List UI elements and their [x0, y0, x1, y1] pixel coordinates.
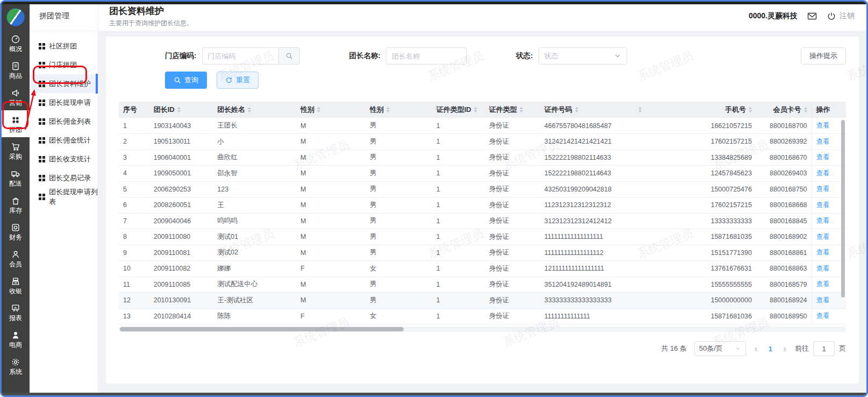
sidebar-item-overview[interactable]: 概况 [2, 30, 30, 56]
view-link[interactable]: 查看 [816, 138, 830, 145]
col-序号: 序号 [119, 102, 149, 118]
active-indicator-bar [96, 74, 98, 94]
logout-button[interactable]: 注销 [827, 11, 855, 21]
view-link[interactable]: 查看 [816, 122, 830, 129]
table-cell: 111111111111111111 [540, 229, 632, 245]
table-cell: 邵永智 [213, 166, 296, 182]
view-link[interactable]: 查看 [816, 280, 830, 288]
view-link[interactable]: 查看 [816, 233, 830, 240]
sidebar-item-inventory[interactable]: 库存 [2, 191, 30, 218]
gear-icon [11, 357, 20, 367]
submenu-item-leader-commission-list[interactable]: 团长佣金列表 [30, 112, 98, 131]
prev-page-button[interactable]: ‹ [754, 344, 759, 353]
col-label: 团长ID [154, 105, 175, 115]
sidebar-item-finance[interactable]: 财务 [2, 218, 30, 245]
table-cell: 女 [365, 308, 432, 324]
reset-button[interactable]: 重置 [217, 72, 259, 89]
table-cell: 1 [432, 166, 485, 182]
status-filter: 状态: 状态 [516, 47, 627, 65]
horizontal-scrollbar-thumb[interactable] [120, 327, 404, 331]
submenu-panel: 拼团管理 社区拼团门店拼团团长资料维护团长提现申请团长佣金列表团长佣金统计团长收… [30, 2, 98, 395]
action-cell: 查看 [812, 308, 846, 324]
next-page-button[interactable]: › [782, 344, 787, 353]
table-cell: 15871681036 [679, 308, 756, 324]
table-cell: 2 [119, 134, 149, 150]
table-cell: 身份证 [485, 181, 540, 197]
app-logo[interactable] [6, 8, 25, 26]
submenu-item-leader-income-stats[interactable]: 团长收支统计 [30, 150, 98, 168]
table-cell: M [296, 166, 365, 182]
sidebar-item-purchase[interactable]: 采购 [2, 137, 30, 164]
submenu-item-community-groupbuy[interactable]: 社区拼团 [30, 37, 98, 55]
table-cell: 身份证 [485, 150, 540, 166]
grid-icon [39, 81, 45, 87]
sort-desc-icon [639, 110, 642, 112]
sidebar-item-cashier[interactable]: 收银 [2, 272, 30, 299]
sidebar-item-report[interactable]: 报表 [2, 299, 30, 325]
mail-icon[interactable] [807, 11, 817, 21]
view-link[interactable]: 查看 [816, 249, 830, 256]
sort-icon[interactable] [317, 107, 320, 112]
submenu-item-leader-withdraw-apply-list[interactable]: 团长提现申请列表 [30, 187, 98, 206]
view-link[interactable]: 查看 [816, 185, 830, 193]
table-cell: 466755780481685487 [540, 118, 632, 134]
submenu-item-leader-transactions[interactable]: 团长交易记录 [30, 168, 98, 187]
submenu-item-store-groupbuy[interactable]: 门店拼团 [30, 55, 98, 74]
page-size-select[interactable]: 50条/页 [694, 341, 746, 356]
current-page[interactable]: 1 [766, 345, 774, 353]
sort-icon[interactable] [749, 107, 752, 112]
submenu-item-leader-withdraw-apply[interactable]: 团长提现申请 [30, 93, 98, 112]
table-row: 41909050001邵永智M男1身份证15222219880211464312… [119, 166, 846, 182]
leader-name-input[interactable] [386, 47, 467, 65]
submenu-item-label: 团长交易记录 [49, 173, 91, 183]
view-link[interactable]: 查看 [816, 265, 830, 272]
store-code-input[interactable] [202, 47, 278, 65]
page-subtitle: 主要用于查询维护团长信息。 [109, 19, 193, 28]
view-link[interactable]: 查看 [816, 296, 830, 304]
status-select[interactable]: 状态 [539, 47, 627, 65]
sidebar-item-ecommerce[interactable]: 电商 [2, 325, 30, 352]
coin-icon [11, 223, 20, 232]
table-cell [632, 150, 679, 166]
search-button[interactable]: 查询 [165, 72, 207, 89]
table-cell: 8800168668 [756, 197, 812, 214]
table-cell: 3 [119, 150, 149, 166]
view-link[interactable]: 查看 [816, 201, 830, 209]
sort-icon[interactable] [575, 107, 578, 112]
sort-icon[interactable] [177, 107, 181, 112]
sidebar-item-groupbuy[interactable]: 拼团 [2, 110, 30, 137]
page-title: 团长资料维护 [109, 5, 193, 17]
topbar-right: 0000.灵蕨科技 注销 [749, 11, 855, 21]
sidebar-item-goods[interactable]: 商品 [2, 56, 30, 83]
goto-page-input[interactable] [813, 341, 835, 356]
sidebar-item-member[interactable]: 会员 [2, 245, 30, 272]
sort-icon[interactable] [474, 107, 477, 112]
table-cell: 身份证 [485, 261, 540, 277]
view-link[interactable]: 查看 [816, 312, 830, 320]
table-cell: 女 [365, 261, 432, 277]
table-cell: 测试配送中心 [213, 277, 296, 293]
table-cell: 身份证 [485, 213, 540, 229]
table-cell: 1 [432, 213, 485, 229]
tips-button[interactable]: 操作提示 [801, 47, 846, 65]
table-cell: 测试02 [213, 245, 296, 261]
view-link[interactable]: 查看 [816, 217, 830, 224]
submenu-item-leader-commission-stats[interactable]: 团长佣金统计 [30, 131, 98, 150]
sidebar-item-system[interactable]: 系统 [2, 352, 30, 379]
sort-icon[interactable] [248, 107, 251, 112]
vertical-scrollbar[interactable] [841, 120, 845, 297]
table-cell: 男 [365, 134, 432, 150]
store-code-search-button[interactable] [278, 47, 300, 65]
sort-icon[interactable] [386, 107, 390, 112]
sort-icon[interactable] [639, 107, 642, 112]
sort-icon[interactable] [520, 107, 523, 112]
table-cell: 男 [365, 277, 432, 293]
view-link[interactable]: 查看 [816, 153, 830, 161]
sidebar-item-delivery[interactable]: 配送 [2, 164, 30, 191]
view-link[interactable]: 查看 [816, 169, 830, 177]
table-cell: M [296, 277, 365, 293]
submenu-item-leader-profile[interactable]: 团长资料维护 [30, 74, 98, 93]
table-cell: M [296, 229, 365, 245]
sort-icon[interactable] [804, 107, 807, 112]
sidebar-item-marketing[interactable]: 营销 [2, 83, 30, 110]
